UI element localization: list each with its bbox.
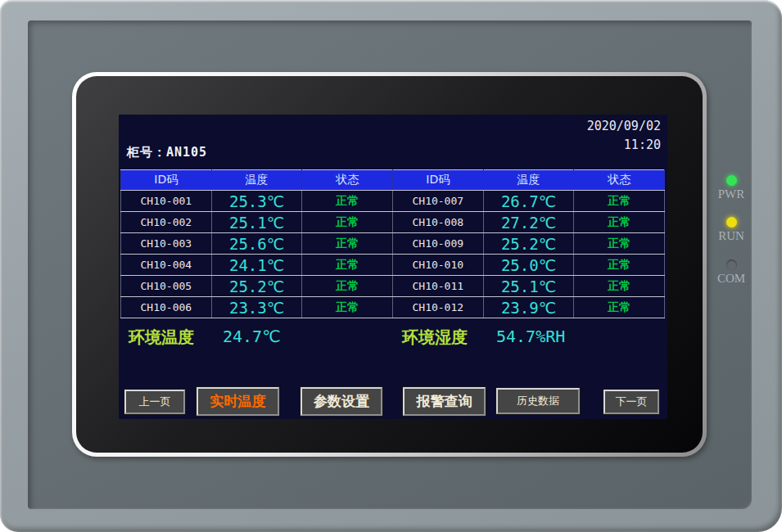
prev-page-button[interactable]: 上一页 [124, 390, 185, 414]
table-row: CH10-006 23.3℃ 正常 CH10-012 23.9℃ 正常 [121, 297, 665, 318]
channel-temp: 25.0℃ [483, 255, 574, 276]
channel-status: 正常 [302, 276, 393, 297]
header-status-left: 状态 [302, 170, 393, 191]
channel-id: CH10-006 [121, 297, 212, 318]
table-row: CH10-002 25.1℃ 正常 CH10-008 27.2℃ 正常 [121, 212, 665, 233]
channel-temp: 25.1℃ [483, 276, 574, 297]
header-id-left: ID码 [121, 170, 212, 191]
channel-status: 正常 [302, 191, 393, 212]
channel-temp: 25.2℃ [211, 276, 302, 297]
table-header-row: ID码 温度 状态 ID码 温度 状态 [121, 170, 665, 191]
hmi-device: 2020/09/02 11:20 柜号：AN105 ID码 温度 状态 ID码 … [0, 0, 782, 532]
channel-status: 正常 [574, 212, 665, 233]
header-temp-left: 温度 [211, 170, 302, 191]
channel-temp: 25.1℃ [211, 212, 302, 233]
table-row: CH10-003 25.6℃ 正常 CH10-009 25.2℃ 正常 [121, 233, 665, 255]
channel-id: CH10-011 [392, 276, 483, 297]
realtime-temp-button[interactable]: 实时温度 [197, 387, 279, 416]
channel-status: 正常 [302, 212, 393, 233]
time-display: 11:20 [587, 137, 661, 153]
channel-status: 正常 [574, 276, 665, 297]
channel-id: CH10-010 [392, 255, 483, 276]
channel-temp: 23.3℃ [211, 297, 302, 318]
channel-id: CH10-012 [392, 297, 483, 318]
channel-id: CH10-001 [121, 191, 212, 212]
channel-id: CH10-008 [392, 212, 483, 233]
channel-id: CH10-004 [121, 255, 212, 276]
table-row: CH10-001 25.3℃ 正常 CH10-007 26.7℃ 正常 [121, 191, 665, 212]
datetime-block: 2020/09/02 11:20 [587, 118, 661, 153]
channel-id: CH10-007 [392, 191, 483, 212]
header-status-right: 状态 [574, 170, 665, 191]
channel-id: CH10-005 [121, 276, 212, 297]
channel-status: 正常 [302, 297, 393, 318]
channel-status: 正常 [574, 297, 665, 318]
alarm-query-button[interactable]: 报警查询 [403, 387, 486, 416]
run-led-label: RUN [711, 229, 752, 243]
com-led-label: COM [711, 272, 752, 286]
header-temp-right: 温度 [483, 170, 574, 191]
pwr-led-label: PWR [711, 187, 752, 201]
channel-status: 正常 [574, 191, 665, 212]
channel-temp: 23.9℃ [483, 297, 574, 318]
channel-id: CH10-009 [392, 233, 483, 255]
channel-status: 正常 [302, 255, 393, 276]
channel-id: CH10-002 [121, 212, 212, 233]
channel-temp: 25.6℃ [211, 233, 302, 255]
date-display: 2020/09/02 [587, 118, 661, 134]
channel-temp: 25.2℃ [483, 233, 574, 255]
com-led-icon [726, 259, 737, 270]
channel-status: 正常 [302, 233, 393, 255]
channel-status: 正常 [574, 233, 665, 255]
sensor-table: ID码 温度 状态 ID码 温度 状态 CH10-001 25.3℃ 正常 CH… [120, 169, 665, 318]
pwr-led-icon [726, 175, 737, 186]
next-page-button[interactable]: 下一页 [603, 390, 659, 414]
ambient-humidity-label: 环境湿度 [402, 327, 468, 349]
parameter-settings-button[interactable]: 参数设置 [301, 387, 382, 416]
table-row: CH10-004 24.1℃ 正常 CH10-010 25.0℃ 正常 [121, 255, 665, 276]
channel-temp: 26.7℃ [483, 191, 574, 212]
ambient-temp-label: 环境温度 [129, 327, 194, 349]
channel-status: 正常 [574, 255, 665, 276]
channel-temp: 27.2℃ [483, 212, 574, 233]
ambient-temp-value: 24.7℃ [223, 327, 281, 346]
channel-id: CH10-003 [121, 233, 212, 255]
header-id-right: ID码 [392, 170, 483, 191]
channel-temp: 24.1℃ [211, 255, 302, 276]
com-led-group: COM [711, 259, 752, 286]
cabinet-label: 柜号：AN105 [127, 145, 207, 160]
table-row: CH10-005 25.2℃ 正常 CH10-011 25.1℃ 正常 [121, 276, 665, 297]
lcd-display: 2020/09/02 11:20 柜号：AN105 ID码 温度 状态 ID码 … [119, 115, 667, 419]
run-led-icon [726, 217, 737, 228]
run-led-group: RUN [711, 217, 752, 243]
history-data-button[interactable]: 历史数据 [496, 388, 580, 414]
ambient-humidity-value: 54.7%RH [496, 327, 565, 346]
channel-temp: 25.3℃ [211, 191, 302, 212]
pwr-led-group: PWR [711, 175, 752, 201]
